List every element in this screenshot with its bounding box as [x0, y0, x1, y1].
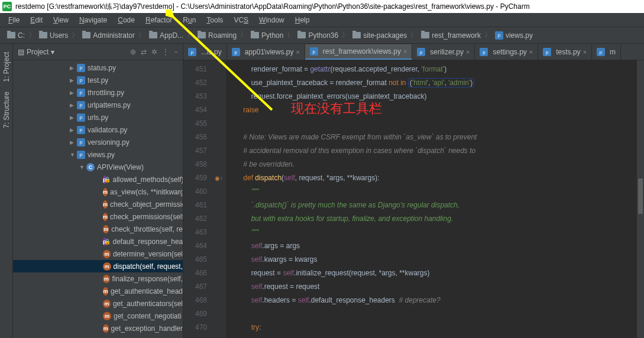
tab-label: rest_framework\views.py: [323, 47, 401, 56]
expand-icon[interactable]: ▶: [70, 65, 76, 71]
tree-item[interactable]: mcheck_permissions(self,: [13, 210, 183, 223]
menu-navigate[interactable]: Navigate: [75, 15, 112, 25]
editor-tab[interactable]: psettings.py×: [475, 44, 538, 60]
tree-item[interactable]: mdispatch(self, request,: [13, 260, 183, 272]
crumb-sitepkg[interactable]: site-packages: [350, 31, 409, 40]
folder-icon: [352, 32, 361, 38]
line-number: 457: [183, 144, 207, 158]
gutter-row: ◉↑: [212, 171, 226, 185]
tree-item[interactable]: ▶pversioning.py: [13, 136, 183, 148]
python-file-icon: p: [77, 101, 85, 109]
tree-label: check_permissions(self,: [110, 213, 183, 221]
crumb-roaming[interactable]: Roaming: [195, 31, 239, 40]
tree-label: test.py: [88, 76, 108, 84]
editor-tab[interactable]: p...ls.py: [183, 44, 227, 60]
settings-icon[interactable]: ✲: [151, 48, 157, 56]
expand-icon[interactable]: ▶: [70, 77, 76, 83]
tree-item[interactable]: mdetermine_version(sel: [13, 248, 183, 260]
tab-structure[interactable]: 7: Structure: [1, 87, 12, 133]
hide-icon[interactable]: −: [174, 48, 178, 56]
crumb-users[interactable]: Users: [37, 31, 70, 40]
tree-item[interactable]: mas_view(cls, **initkwargs): [13, 186, 183, 198]
tree-item[interactable]: ▶ptest.py: [13, 74, 183, 86]
crumb-appdata[interactable]: AppD...: [147, 31, 186, 40]
override-icon[interactable]: ◉↑: [215, 175, 223, 181]
close-icon[interactable]: ×: [403, 48, 407, 55]
tree-item[interactable]: ▶pvalidators.py: [13, 124, 183, 136]
crumb-python[interactable]: Python: [248, 31, 286, 40]
tree-label: views.py: [88, 151, 115, 159]
crumb-restfw[interactable]: rest_framework: [419, 31, 483, 40]
menu-refactor[interactable]: Refactor: [141, 15, 177, 25]
tree-item[interactable]: ▶pstatus.py: [13, 61, 183, 74]
tree-item[interactable]: mfinalize_response(self,: [13, 272, 183, 285]
tree-item[interactable]: ▼CAPIView(View): [13, 161, 183, 173]
expand-icon[interactable]: ▶: [70, 115, 76, 121]
expand-icon[interactable]: ▼: [79, 164, 85, 170]
editor-tab[interactable]: prest_framework\views.py×: [305, 44, 412, 60]
line-number: 453: [183, 90, 207, 103]
menu-help[interactable]: Help: [290, 15, 315, 25]
menu-view[interactable]: View: [48, 15, 73, 25]
editor-tab[interactable]: pserilizer.py×: [412, 44, 475, 60]
menu-code[interactable]: Code: [113, 15, 140, 25]
tree-label: get_exception_handler: [111, 324, 183, 333]
menu-tools[interactable]: Tools: [202, 15, 228, 25]
tree-item[interactable]: p🔒allowed_methods(self): [13, 173, 183, 186]
vertical-scrollbar[interactable]: [637, 60, 644, 338]
python-file-icon: p: [188, 48, 196, 56]
python-file-icon: p: [77, 64, 85, 72]
dropdown-icon[interactable]: ▾: [51, 48, 54, 56]
scroll-from-source-icon[interactable]: ⊕: [130, 48, 136, 56]
tab-project[interactable]: 1: Project: [1, 47, 12, 87]
line-number: 463: [183, 226, 207, 239]
close-icon[interactable]: ×: [296, 48, 299, 56]
crumb-drive[interactable]: C:: [5, 31, 27, 40]
code-editor[interactable]: 4514524534544554564574584594604614624634…: [183, 60, 644, 338]
tree-item[interactable]: ▼pviews.py: [13, 148, 183, 161]
expand-icon[interactable]: ▼: [70, 152, 76, 158]
menu-file[interactable]: File: [4, 15, 24, 25]
tree-item[interactable]: ▶purlpatterns.py: [13, 99, 183, 111]
tree-item[interactable]: ▶pthrottling.py: [13, 86, 183, 99]
expand-icon[interactable]: ▶: [70, 102, 76, 108]
code-content[interactable]: renderer_format = getattr(request.accept…: [226, 60, 644, 338]
tree-item[interactable]: mget_exception_handler: [13, 322, 183, 334]
tree-label: validators.py: [88, 126, 127, 134]
editor-tab[interactable]: pm: [592, 44, 621, 60]
project-tree[interactable]: ▶pstatus.py▶ptest.py▶pthrottling.py▶purl…: [13, 60, 183, 338]
more-icon[interactable]: ⋮: [162, 48, 169, 56]
project-title[interactable]: Project: [27, 48, 48, 56]
tree-item[interactable]: mget_content_negotiati: [13, 310, 183, 322]
tab-label: m: [610, 48, 616, 56]
crumb-python36[interactable]: Python36: [295, 31, 341, 40]
line-number: 467: [183, 280, 207, 294]
tree-item[interactable]: p🔒default_response_hea: [13, 235, 183, 248]
tree-label: default_response_hea: [113, 238, 183, 246]
collapse-icon[interactable]: ⇄: [141, 48, 147, 56]
scrollbar-thumb[interactable]: [638, 178, 643, 214]
python-file-icon: p: [77, 151, 85, 159]
expand-icon[interactable]: ▶: [70, 90, 76, 96]
menu-vcs[interactable]: VCS: [229, 15, 253, 25]
menu-bar: File Edit View Navigate Code Refactor Ru…: [0, 13, 644, 27]
close-icon[interactable]: ×: [466, 48, 470, 56]
menu-edit[interactable]: Edit: [25, 15, 47, 25]
tree-item[interactable]: mget_authenticators(sel: [13, 297, 183, 310]
tab-label: settings.py: [493, 48, 526, 56]
editor-tab[interactable]: ptests.py×: [538, 44, 592, 60]
menu-window[interactable]: Window: [254, 15, 289, 25]
tree-item[interactable]: ▶purls.py: [13, 111, 183, 124]
tree-item[interactable]: mcheck_object_permissions: [13, 198, 183, 210]
tree-item[interactable]: mget_authenticate_head: [13, 285, 183, 297]
tree-item[interactable]: mcheck_throttles(self, re: [13, 223, 183, 235]
editor-tab[interactable]: papp01\views.py×: [227, 44, 305, 60]
menu-run[interactable]: Run: [178, 15, 200, 25]
expand-icon[interactable]: ▶: [70, 139, 76, 145]
crumb-file[interactable]: pviews.py: [493, 31, 535, 40]
expand-icon[interactable]: ▶: [70, 127, 76, 133]
crumb-admin[interactable]: Administrator: [80, 31, 137, 40]
python-file-icon: p: [232, 48, 240, 56]
close-icon[interactable]: ×: [529, 48, 533, 56]
close-icon[interactable]: ×: [583, 48, 587, 56]
